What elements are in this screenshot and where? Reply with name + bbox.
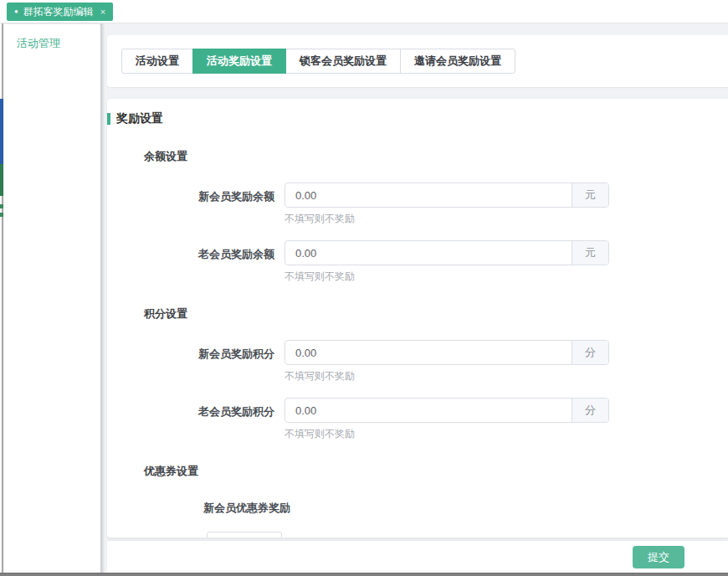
form-row-new-member-balance: 新会员奖励余额 元 不填写则不奖励	[107, 183, 728, 226]
unit-suffix: 分	[572, 399, 608, 422]
select-coupon-button[interactable]: 选择优惠券	[207, 532, 282, 537]
submit-button[interactable]: 提交	[633, 546, 684, 568]
old-member-points-field: 分	[285, 398, 609, 423]
sliver-fragment-green	[0, 164, 3, 196]
field-label: 老会员奖励积分	[107, 404, 274, 419]
tabs-panel: 活动设置 活动奖励设置 锁客会员奖励设置 邀请会员奖励设置	[107, 35, 728, 87]
new-member-balance-field: 元	[285, 183, 609, 208]
main-content: 活动设置 活动奖励设置 锁客会员奖励设置 邀请会员奖励设置 奖励设置 余额设置 …	[107, 23, 728, 576]
unit-suffix: 元	[572, 183, 608, 207]
sliver-fragment-blue	[0, 99, 3, 164]
sliver-fragment-dash	[0, 213, 3, 217]
section-title: 奖励设置	[107, 111, 728, 126]
group-title-points: 积分设置	[144, 306, 728, 321]
sidebar: 活动管理	[4, 24, 100, 573]
unit-suffix: 元	[572, 241, 608, 265]
section-marker	[107, 113, 110, 125]
new-member-balance-input[interactable]	[285, 183, 572, 207]
tab-activity-settings[interactable]: 活动设置	[121, 49, 193, 74]
section-title-text: 奖励设置	[116, 111, 163, 126]
tab-activity-reward-settings[interactable]: 活动奖励设置	[192, 49, 286, 74]
page-tab-label: 群拓客奖励编辑	[23, 5, 94, 19]
field-hint: 不填写则不奖励	[285, 212, 728, 226]
new-member-points-input[interactable]	[285, 341, 572, 364]
field-label: 老会员奖励余额	[107, 247, 274, 262]
page-tab-chip[interactable]: ● 群拓客奖励编辑 ×	[7, 3, 113, 21]
group-title-balance: 余额设置	[144, 149, 728, 164]
form-row-old-member-balance: 老会员奖励余额 元 不填写则不奖励	[107, 240, 728, 284]
new-member-points-field: 分	[285, 340, 609, 365]
field-label: 新会员奖励积分	[107, 347, 274, 362]
group-title-coupon: 优惠券设置	[144, 464, 728, 479]
field-hint: 不填写则不奖励	[285, 369, 728, 383]
tab-invite-member-reward-settings[interactable]: 邀请会员奖励设置	[400, 49, 515, 74]
field-label: 新会员奖励余额	[107, 189, 274, 204]
unit-suffix: 分	[572, 341, 608, 364]
footer-bar: 提交	[107, 541, 728, 573]
tab-lock-member-reward-settings[interactable]: 锁客会员奖励设置	[285, 49, 401, 74]
field-hint: 不填写则不奖励	[285, 427, 728, 441]
reward-settings-panel: 奖励设置 余额设置 新会员奖励余额 元 不填写则不奖励 老会员奖励余额 元 不填…	[107, 99, 728, 537]
coupon-reward-label: 新会员优惠券奖励	[203, 501, 728, 516]
active-dot-icon: ●	[14, 8, 18, 15]
sliver-fragment-dash	[0, 204, 3, 208]
form-row-new-member-points: 新会员奖励积分 分 不填写则不奖励	[107, 340, 728, 383]
tab-close-icon[interactable]: ×	[100, 7, 105, 17]
sidebar-divider	[100, 23, 107, 576]
form-row-old-member-points: 老会员奖励积分 分 不填写则不奖励	[107, 398, 728, 441]
old-member-balance-input[interactable]	[285, 241, 572, 265]
window-bottom-edge	[0, 573, 728, 576]
tab-group: 活动设置 活动奖励设置 锁客会员奖励设置 邀请会员奖励设置	[121, 49, 515, 74]
top-tab-bar: ● 群拓客奖励编辑 ×	[0, 0, 728, 23]
field-hint: 不填写则不奖励	[285, 270, 728, 284]
old-member-balance-field: 元	[285, 240, 609, 265]
old-member-points-input[interactable]	[285, 399, 572, 422]
sidebar-item-activity-management[interactable]: 活动管理	[4, 24, 100, 59]
